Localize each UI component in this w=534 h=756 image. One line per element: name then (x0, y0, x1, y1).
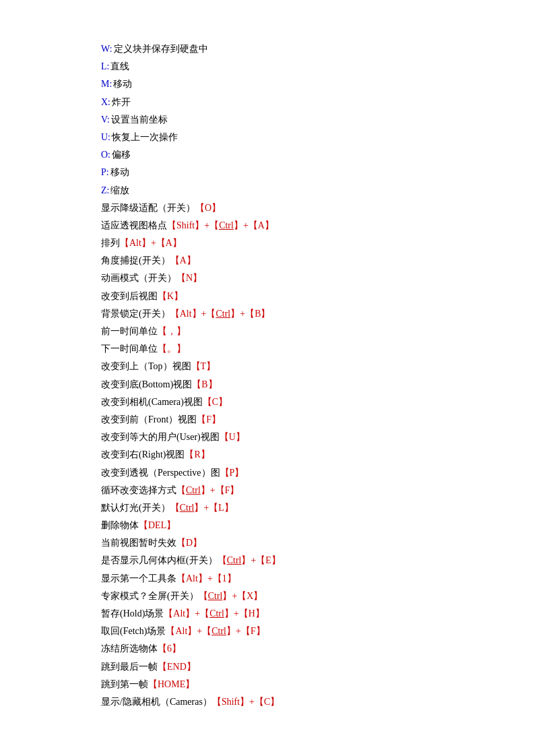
shortcut-part: 【Alt】 (164, 605, 195, 622)
line-text: 缩放 (110, 182, 129, 199)
line-text: 暂存(Hold)场景 (101, 605, 164, 622)
shortcut-part: 【Ctrl】 (202, 623, 236, 639)
shortcut-part: + (201, 305, 207, 322)
list-item: 改变到上（Top）视图 【T】 (101, 358, 433, 375)
list-item: 排列 【Alt】 + 【A】 (101, 234, 433, 251)
key-prefix: U: (101, 129, 110, 146)
shortcut-part: + (249, 693, 255, 710)
shortcut-part: 【T】 (191, 358, 216, 375)
main-content: W: 定义块并保存到硬盘中L: 直线M: 移动X: 炸开V: 设置当前坐标U: … (101, 40, 433, 710)
ctrl-underline: Ctrl (227, 555, 242, 565)
shortcut-part: 【6】 (158, 640, 181, 657)
shortcut-part: 】 (211, 199, 221, 216)
list-item: P: 移动 (101, 164, 433, 181)
shortcut-part: 【1】 (213, 570, 236, 587)
line-text: 下一时间单位 (101, 340, 158, 357)
list-item: 改变到前（Front）视图 【F】 (101, 411, 433, 428)
line-text: 专家模式？全屏(开关） (101, 588, 199, 604)
shortcut-part: 【 (195, 199, 205, 216)
shortcut-part: 【P】 (220, 464, 244, 481)
shortcut-part: 【B】 (245, 305, 270, 322)
shortcut-part: 【DEL】 (139, 517, 176, 534)
list-item: 下一时间单位 【。】 (101, 340, 433, 357)
list-item: 当前视图暂时失效 【D】 (101, 534, 433, 551)
shortcut-part: 【Ctrl】 (206, 305, 240, 322)
shortcut-part: 【Alt】 (166, 623, 197, 639)
shortcut-part: + (243, 217, 248, 234)
line-text: 移动 (113, 75, 132, 92)
shortcut-part: 【，】 (158, 323, 186, 340)
list-item: 跳到最后一帧 【END】 (101, 658, 433, 675)
shortcut-part: 【Ctrl】 (176, 482, 210, 499)
key-prefix: Z: (101, 182, 109, 199)
list-item: W: 定义块并保存到硬盘中 (101, 40, 433, 57)
ctrl-underline: Ctrl (208, 591, 223, 601)
line-text: 直线 (110, 58, 129, 75)
shortcut-part: 【Ctrl】 (170, 499, 204, 516)
line-text: 取回(Fetch)场景 (101, 623, 166, 639)
list-item: 显示降级适配（开关） 【O】 (101, 199, 433, 216)
line-text: 改变到右(Right)视图 (101, 446, 185, 463)
shortcut-part: + (234, 605, 239, 622)
shortcut-part: 【A】 (156, 234, 182, 251)
list-item: O: 偏移 (101, 146, 433, 163)
key-prefix: M: (101, 75, 112, 92)
list-item: 冻结所选物体 【6】 (101, 640, 433, 657)
line-text: 前一时间单位 (101, 323, 158, 340)
line-text: 角度捕捉(开关） (101, 252, 170, 269)
list-item: 是否显示几何体内框(开关） 【Ctrl】 + 【E】 (101, 552, 433, 569)
shortcut-part: 【F】 (215, 482, 240, 499)
shortcut-part: 【Ctrl】 (209, 217, 243, 234)
shortcut-part: 【U】 (220, 429, 245, 445)
line-text: 跳到最后一帧 (101, 658, 158, 675)
list-item: U: 恢复上一次操作 (101, 129, 433, 146)
list-item: M: 移动 (101, 75, 433, 92)
key-prefix: W: (101, 40, 112, 57)
shortcut-part: + (195, 605, 200, 622)
shortcut-part: 【Ctrl】 (218, 552, 251, 569)
list-item: X: 炸开 (101, 94, 433, 111)
shortcut-part: + (240, 305, 245, 322)
shortcut-part: + (197, 623, 202, 639)
list-item: 动画模式（开关） 【N】 (101, 270, 433, 286)
list-item: 角度捕捉(开关） 【A】 (101, 252, 433, 269)
line-text: 设置当前坐标 (111, 111, 168, 128)
line-text: 当前视图暂时失效 (101, 534, 176, 551)
list-item: 取回(Fetch)场景 【Alt】 + 【Ctrl】 + 【F】 (101, 623, 433, 639)
shortcut-part: 【Shift】 (212, 693, 249, 710)
shortcut-part: 【Alt】 (176, 570, 207, 587)
shortcut-part: 【Alt】 (170, 305, 201, 322)
key-prefix: X: (101, 94, 110, 111)
list-item: 循环改变选择方式 【Ctrl】 + 【F】 (101, 482, 433, 499)
list-item: V: 设置当前坐标 (101, 111, 433, 128)
line-text: 循环改变选择方式 (101, 482, 176, 499)
shortcut-part: 【Alt】 (120, 234, 151, 251)
shortcut-part: + (207, 570, 213, 587)
line-text: 跳到第一帧 (101, 676, 148, 693)
list-item: 改变到等大的用户(User)视图 【U】 (101, 429, 433, 445)
shortcut-part: 【A】 (170, 252, 196, 269)
shortcut-part: 【Ctrl】 (199, 588, 232, 604)
ctrl-underline: Ctrl (219, 220, 234, 230)
line-text: 改变到上（Top）视图 (101, 358, 191, 375)
line-text: 默认灯光(开关） (101, 499, 170, 516)
list-item: 专家模式？全屏(开关） 【Ctrl】 + 【X】 (101, 588, 433, 604)
line-text: 改变到等大的用户(User)视图 (101, 429, 220, 445)
line-text: 移动 (110, 164, 129, 181)
shortcut-part: 【R】 (185, 446, 209, 463)
line-text: 定义块并保存到硬盘中 (114, 40, 208, 57)
line-text: 背景锁定(开关） (101, 305, 170, 322)
shortcut-part: 【N】 (176, 270, 202, 286)
line-text: 删除物体 (101, 517, 139, 534)
line-text: 显示降级适配（开关） (101, 199, 195, 216)
line-text: 显示第一个工具条 (101, 570, 176, 587)
list-item: 显示/隐藏相机（Cameras） 【Shift】 + 【C】 (101, 693, 433, 710)
list-item: 暂存(Hold)场景 【Alt】 + 【Ctrl】 + 【H】 (101, 605, 433, 622)
shortcut-part: 【H】 (239, 605, 265, 622)
list-item: 改变到相机(Camera)视图 【C】 (101, 393, 433, 410)
list-item: 显示第一个工具条 【Alt】 + 【1】 (101, 570, 433, 587)
list-item: 背景锁定(开关） 【Alt】 + 【Ctrl】 + 【B】 (101, 305, 433, 322)
shortcut-part: 【E】 (256, 552, 281, 569)
list-item: 前一时间单位 【，】 (101, 323, 433, 340)
key-prefix: L: (101, 58, 109, 75)
